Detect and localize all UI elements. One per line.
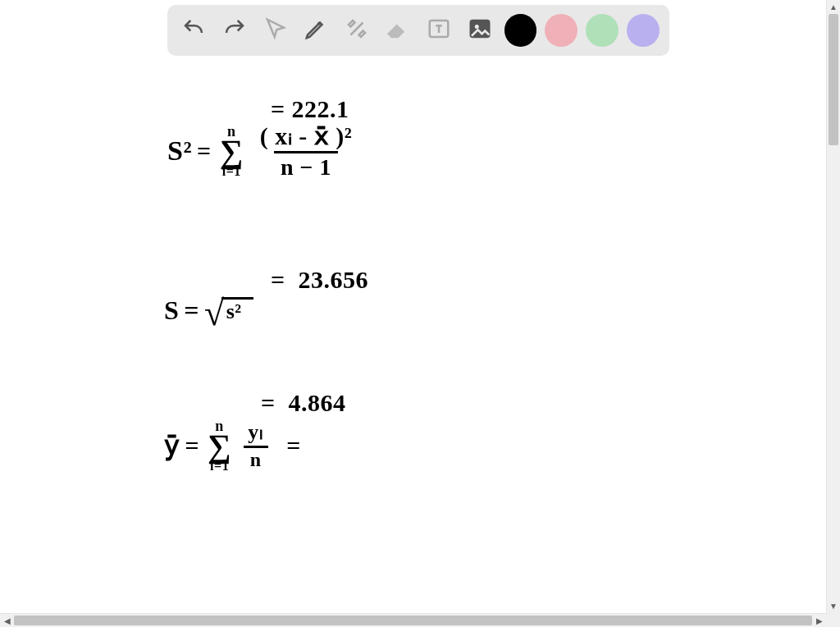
tools-menu-button[interactable] — [340, 14, 373, 47]
note-stddev-formula: S = √ s² — [164, 295, 253, 326]
undo-icon — [181, 16, 206, 44]
pointer-icon — [263, 16, 288, 44]
note-ybar-formula: ȳ = n ∑ i=1 yᵢ n = — [164, 419, 322, 473]
pencil-icon — [304, 16, 328, 44]
scroll-left-button[interactable]: ◀ — [0, 614, 14, 627]
color-violet[interactable] — [627, 14, 660, 47]
scroll-down-button[interactable]: ▼ — [827, 599, 840, 613]
color-pink[interactable] — [545, 14, 578, 47]
redo-icon — [222, 16, 247, 44]
pencil-tool[interactable] — [299, 14, 332, 47]
text-tool[interactable] — [422, 14, 455, 47]
scroll-right-button[interactable]: ▶ — [812, 614, 826, 627]
horizontal-scrollbar[interactable]: ◀ ▶ — [0, 613, 826, 627]
color-black[interactable] — [504, 14, 537, 47]
redo-button[interactable] — [218, 14, 251, 47]
text-box-icon — [427, 16, 451, 44]
toolbar — [167, 5, 669, 56]
image-icon — [468, 16, 492, 44]
whiteboard-app: = 222.1 S² = n ∑ i=1 ( xᵢ - x̄ )² n − 1 … — [0, 0, 840, 627]
eraser-icon — [386, 16, 410, 44]
note-stddev-value: = 4.864 — [221, 361, 346, 445]
scroll-up-button[interactable]: ▲ — [827, 0, 840, 14]
vertical-scrollbar[interactable]: ▲ ▼ — [826, 0, 840, 613]
whiteboard-canvas[interactable]: = 222.1 S² = n ∑ i=1 ( xᵢ - x̄ )² n − 1 … — [0, 0, 826, 613]
color-green[interactable] — [586, 14, 619, 47]
horizontal-scroll-thumb[interactable] — [14, 616, 812, 625]
vertical-scroll-thumb[interactable] — [829, 14, 838, 145]
scrollbar-corner — [826, 613, 840, 627]
note-variance-value: = 23.656 — [231, 238, 368, 322]
pointer-tool[interactable] — [259, 14, 292, 47]
eraser-tool[interactable] — [381, 14, 414, 47]
tools-icon — [345, 16, 369, 44]
undo-button[interactable] — [177, 14, 210, 47]
note-variance-formula: S² = n ∑ i=1 ( xᵢ - x̄ )² n − 1 — [167, 123, 360, 179]
image-tool[interactable] — [463, 14, 496, 47]
svg-point-2 — [474, 25, 478, 29]
note-line-1: = 222.1 — [231, 67, 349, 151]
